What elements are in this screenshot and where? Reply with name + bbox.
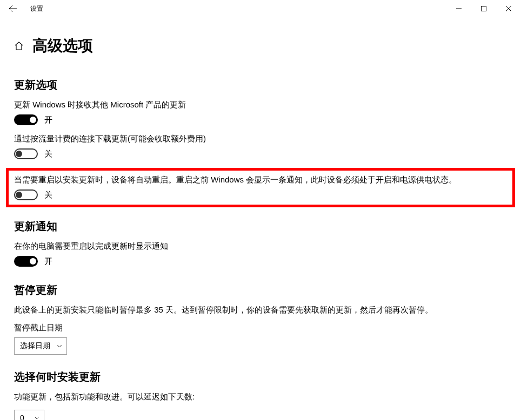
toggle-row-restart-notify: 开 (14, 256, 507, 267)
toggle-receive-updates[interactable] (14, 114, 38, 125)
section-heading-update-notifications: 更新通知 (14, 219, 507, 234)
setting-label-receive-updates: 更新 Windows 时接收其他 Microsoft 产品的更新 (14, 100, 507, 110)
titlebar-left: 设置 (6, 2, 43, 15)
minimize-icon (456, 6, 462, 11)
toggle-row-auto-restart: 关 (14, 189, 507, 200)
pause-date-dropdown[interactable]: 选择日期 (14, 337, 67, 355)
back-arrow-icon (9, 4, 17, 13)
setting-label-restart-notify: 在你的电脑需要重启以完成更新时显示通知 (14, 241, 507, 252)
page-header: 高级选项 (14, 36, 507, 56)
titlebar: 设置 (0, 0, 521, 17)
chevron-down-icon (57, 344, 62, 348)
toggle-row-receive-updates: 开 (14, 114, 507, 125)
chevron-down-icon (34, 416, 39, 419)
page-title: 高级选项 (32, 36, 93, 56)
toggle-state-label: 开 (44, 256, 52, 267)
app-title: 设置 (30, 4, 43, 13)
setting-label-auto-restart: 当需要重启以安装更新时，设备将自动重启。重启之前 Windows 会显示一条通知… (14, 175, 507, 185)
close-button[interactable] (496, 0, 521, 17)
section-heading-choose-install: 选择何时安装更新 (14, 370, 507, 384)
dropdown-value: 0 (20, 414, 24, 420)
toggle-state-label: 关 (44, 149, 52, 159)
toggle-state-label: 开 (44, 115, 52, 125)
toggle-auto-restart[interactable] (14, 189, 38, 200)
section-heading-update-options: 更新选项 (14, 78, 507, 92)
home-icon (14, 41, 24, 51)
defer-days-dropdown[interactable]: 0 (14, 410, 44, 420)
maximize-button[interactable] (471, 0, 496, 17)
highlight-annotation: 当需要重启以安装更新时，设备将自动重启。重启之前 Windows 会显示一条通知… (6, 168, 515, 207)
pause-description: 此设备上的更新安装只能临时暂停最多 35 天。达到暂停限制时，你的设备需要先获取… (14, 305, 507, 315)
home-button[interactable] (14, 41, 24, 51)
toggle-row-metered: 关 (14, 148, 507, 159)
close-icon (506, 6, 511, 11)
choose-install-description: 功能更新，包括新功能和改进。可以延迟如下天数: (14, 392, 507, 402)
window-controls (446, 0, 521, 17)
dropdown-value: 选择日期 (20, 341, 50, 351)
section-heading-pause-updates: 暂停更新 (14, 283, 507, 297)
minimize-button[interactable] (446, 0, 471, 17)
pause-until-label: 暂停截止日期 (14, 323, 507, 333)
toggle-metered[interactable] (14, 148, 38, 159)
maximize-icon (481, 6, 486, 11)
setting-label-metered: 通过按流量计费的连接下载更新(可能会收取额外费用) (14, 134, 507, 144)
svg-rect-1 (482, 6, 486, 11)
content-area: 高级选项 更新选项 更新 Windows 时接收其他 Microsoft 产品的… (0, 17, 521, 420)
back-button[interactable] (6, 2, 19, 15)
toggle-state-label: 关 (44, 190, 52, 200)
toggle-restart-notify[interactable] (14, 256, 38, 267)
